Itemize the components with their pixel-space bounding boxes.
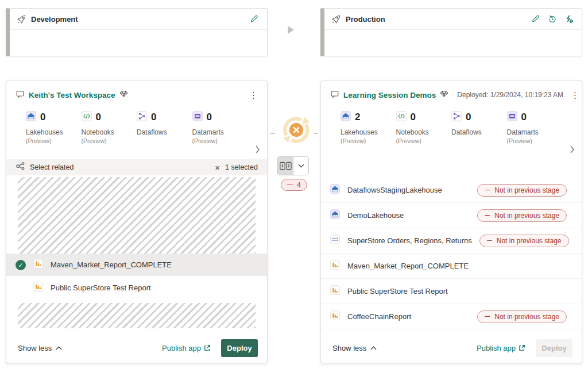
stat-datamarts: 0 Datamarts (Preview)	[507, 111, 563, 162]
list-item[interactable]: SuperStore Orders, Regions, Returns Not …	[321, 228, 582, 254]
dataflow-icon	[137, 111, 147, 124]
more-options-button[interactable]: ⋮	[567, 90, 583, 101]
list-item[interactable]: DataflowsStagingLakehouse Not in previou…	[321, 178, 582, 203]
deploy-button[interactable]: Deploy	[221, 339, 258, 357]
list-item[interactable]: CoffeeChainReport Not in previous stage	[321, 304, 582, 329]
workspace-header: Keith's Test Workspace ⋮	[16, 87, 261, 103]
show-less-toggle[interactable]: Show less	[332, 344, 377, 352]
item-name: CoffeeChainReport	[347, 312, 411, 321]
chevron-right-icon[interactable]	[570, 145, 575, 156]
stat-lakehouses: 2 Lakehouses (Preview)	[341, 111, 396, 162]
filtered-items-placeholder	[18, 177, 256, 254]
stage-header: Production	[324, 9, 582, 30]
check-circle-icon[interactable]: ✓	[16, 260, 26, 270]
show-less-toggle[interactable]: Show less	[18, 344, 62, 352]
deploy-button-disabled[interactable]: Deploy	[536, 339, 572, 357]
report-icon	[33, 259, 43, 271]
list-item[interactable]: Public SuperStore Test Report	[6, 276, 267, 299]
item-name: SuperStore Orders, Regions, Returns	[347, 236, 472, 245]
chevron-up-icon	[370, 346, 377, 350]
publish-app-label: Publish app	[162, 344, 201, 352]
difference-count: 4	[297, 181, 301, 189]
datamart-icon	[192, 111, 203, 124]
history-icon[interactable]	[548, 14, 557, 24]
workspace-icon	[16, 89, 25, 101]
stage-card-production: Production	[320, 8, 582, 56]
lakehouse-icon	[26, 111, 36, 124]
selected-count: 1 selected	[225, 163, 258, 171]
stat-value: 0	[40, 112, 45, 123]
deployed-timestamp: Deployed: 1/29/2024, 10:19:23 AM	[457, 91, 563, 99]
workspace-card-development: Keith's Test Workspace ⋮	[6, 80, 268, 363]
stat-value: 2	[355, 112, 360, 123]
stat-label: Lakehouses	[26, 128, 82, 136]
publish-app-link[interactable]: Publish app	[162, 344, 211, 352]
compare-dropdown-button[interactable]	[293, 157, 308, 175]
deployment-settings-icon[interactable]	[564, 14, 574, 24]
stat-dataflows: 0 Dataflows	[137, 111, 192, 162]
workspace-footer: Show less Publish app Deploy	[18, 336, 258, 359]
stat-value: 0	[207, 112, 212, 123]
stat-notebooks: 0 Notebooks (Preview)	[396, 111, 452, 162]
workspace-stats: 0 Lakehouses (Preview) 0 Notebooks (Pre	[26, 111, 247, 162]
stat-sublabel: (Preview)	[192, 137, 248, 144]
stat-label: Notebooks	[82, 128, 137, 136]
workspace-stats: 2 Lakehouses (Preview) 0 Notebooks (Pre	[341, 111, 562, 162]
compare-icon	[280, 162, 292, 170]
stat-label: Dataflows	[451, 128, 507, 136]
report-icon	[330, 260, 340, 272]
minus-icon	[485, 215, 490, 216]
sync-arrowhead	[302, 117, 310, 124]
workspace-card-production: Learning Session Demos Deployed: 1/29/20…	[320, 80, 582, 363]
dataflow-icon	[451, 111, 462, 124]
workspace-footer: Show less Publish app Deploy	[332, 336, 572, 359]
stage-header: Development	[10, 9, 267, 30]
stat-label: Notebooks	[396, 128, 452, 136]
stat-value: 0	[151, 112, 156, 123]
edit-icon[interactable]	[531, 14, 540, 24]
stat-value: 0	[411, 112, 416, 123]
not-in-previous-stage-badge: Not in previous stage	[477, 184, 567, 197]
more-options-button[interactable]: ⋮	[246, 90, 261, 101]
select-related-label[interactable]: Select related	[30, 163, 74, 171]
stage-title: Development	[31, 15, 78, 24]
list-item[interactable]: Maven_Market_Report_COMPLETE	[321, 254, 582, 279]
stat-label: Datamarts	[192, 128, 248, 136]
item-name: Maven_Market_Report_COMPLETE	[51, 260, 172, 269]
dismiss-selection-button[interactable]: ×	[215, 163, 220, 172]
lakehouse-icon	[341, 111, 351, 124]
chevron-right-icon[interactable]	[256, 145, 260, 156]
stage-title: Production	[346, 15, 385, 24]
external-link-icon	[204, 344, 211, 351]
stat-label: Lakehouses	[341, 128, 396, 136]
edit-icon[interactable]	[250, 14, 259, 24]
sync-arrowhead	[283, 136, 291, 143]
publish-app-link[interactable]: Publish app	[477, 344, 525, 352]
badge-label: Not in previous stage	[494, 212, 559, 220]
stat-sublabel: (Preview)	[507, 137, 563, 144]
report-icon	[330, 310, 340, 323]
connector-dots	[314, 133, 318, 134]
stat-sublabel: (Preview)	[82, 137, 137, 144]
lakehouse-icon	[330, 209, 340, 221]
stat-dataflows: 0 Dataflows	[451, 111, 507, 162]
stat-value: 0	[466, 112, 471, 123]
minus-icon	[485, 190, 490, 191]
notebook-icon	[396, 111, 407, 124]
list-item[interactable]: DemoLakehouse Not in previous stage	[321, 203, 582, 228]
workspace-title[interactable]: Learning Session Demos	[343, 91, 436, 99]
list-item-selected[interactable]: ✓ Maven_Market_Report_COMPLETE	[6, 254, 267, 276]
workspace-header: Learning Session Demos Deployed: 1/29/20…	[330, 87, 576, 103]
stat-sublabel: (Preview)	[396, 137, 452, 144]
not-in-previous-stage-badge: Not in previous stage	[477, 310, 567, 323]
stat-value: 0	[96, 112, 101, 123]
compare-toggle-button[interactable]	[278, 157, 293, 175]
item-name: Public SuperStore Test Report	[51, 283, 151, 292]
chevron-up-icon	[56, 346, 62, 350]
select-related-bar: Select related × 1 selected	[6, 159, 267, 175]
item-name: Maven_Market_Report_COMPLETE	[347, 262, 469, 270]
list-item[interactable]: Public SuperStore Test Report	[321, 279, 582, 304]
external-link-icon	[519, 344, 525, 351]
workspace-title[interactable]: Keith's Test Workspace	[29, 91, 115, 99]
lakehouse-icon	[330, 184, 340, 196]
